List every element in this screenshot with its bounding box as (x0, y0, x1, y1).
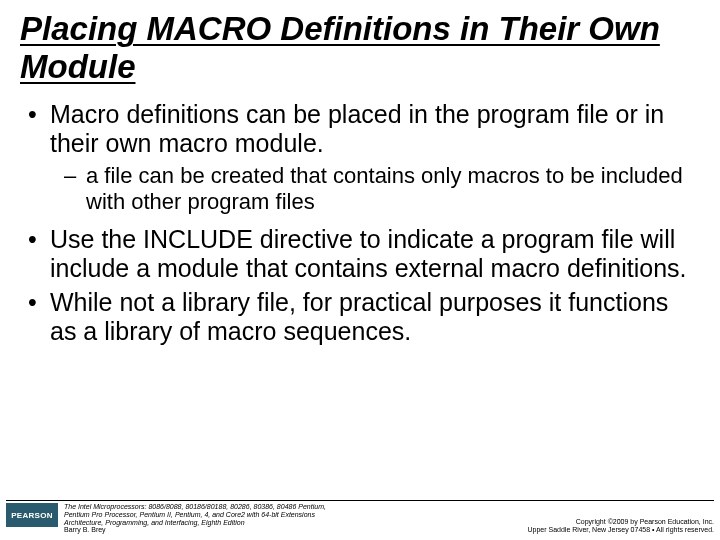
bullet-item: Use the INCLUDE directive to indicate a … (28, 225, 692, 284)
copyright-line: Copyright ©2009 by Pearson Education, In… (528, 518, 714, 526)
bullet-item: Macro definitions can be placed in the p… (28, 100, 692, 159)
book-author: Barry B. Brey (64, 526, 326, 534)
footer-left: PEARSON The Intel Microprocessors: 8086/… (6, 503, 326, 534)
slide-footer: PEARSON The Intel Microprocessors: 8086/… (0, 500, 720, 540)
slide-body: Macro definitions can be placed in the p… (0, 88, 720, 347)
bullet-item: While not a library file, for practical … (28, 288, 692, 347)
footer-row: PEARSON The Intel Microprocessors: 8086/… (0, 503, 720, 540)
book-info: The Intel Microprocessors: 8086/8088, 80… (64, 503, 326, 534)
book-line: Architecture, Programming, and Interfaci… (64, 519, 326, 527)
copyright: Copyright ©2009 by Pearson Education, In… (528, 518, 714, 534)
slide-title: Placing MACRO Definitions in Their Own M… (0, 0, 720, 88)
book-line: Pentium Pro Processor, Pentium II, Penti… (64, 511, 326, 519)
slide: Placing MACRO Definitions in Their Own M… (0, 0, 720, 540)
copyright-line: Upper Saddle River, New Jersey 07458 • A… (528, 526, 714, 534)
pearson-logo: PEARSON (6, 503, 58, 527)
footer-divider (6, 500, 714, 501)
sub-bullet-item: a file can be created that contains only… (28, 163, 692, 215)
book-line: The Intel Microprocessors: 8086/8088, 80… (64, 503, 326, 511)
